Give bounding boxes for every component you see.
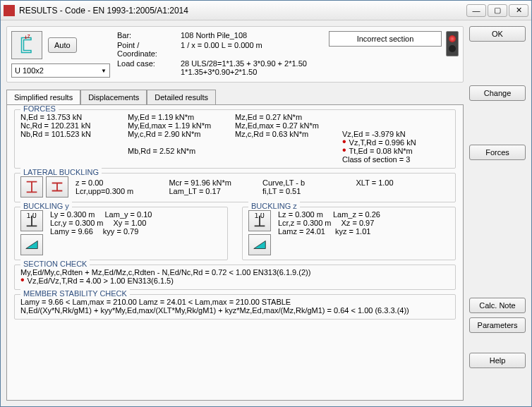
lat-mcr: Mcr = 91.96 kN*m: [169, 178, 263, 187]
forces-group: FORCES N,Ed = 13.753 kN My,Ed = 1.19 kN*…: [14, 109, 456, 169]
point-value: 1 / x = 0.00 L = 0.000 m: [181, 41, 322, 58]
profile-section-icon: z: [11, 31, 42, 59]
bz-xz: Xz = 0.97: [341, 219, 375, 227]
window-title: RESULTS - Code - EN 1993-1:2005/A1:2014: [19, 6, 466, 16]
app-icon: [4, 5, 15, 16]
svg-text:z: z: [28, 35, 30, 40]
mz-ed: Mz,Ed = 0.27 kN*m: [235, 113, 342, 121]
close-button[interactable]: ✕: [509, 4, 528, 17]
bz-lamz: Lamz = 24.01: [278, 227, 325, 236]
forces-title: FORCES: [20, 104, 59, 113]
section-line-2: Vz,Ed/Vz,T,Rd = 4.00 > 1.00 EN313(6.1.5): [28, 277, 174, 285]
bar-label: Bar:: [117, 31, 181, 40]
n-ed: N,Ed = 13.753 kN: [20, 113, 128, 121]
bz-kyz: kyz = 1.01: [335, 227, 370, 236]
red-light-icon: [449, 35, 456, 42]
status-box: Incorrect section: [329, 31, 442, 47]
nb-rd: Nb,Rd = 101.523 kN: [20, 130, 128, 138]
lat-filt: fi,LT = 0.51: [262, 187, 356, 195]
class-of-section: Class of section = 3: [342, 155, 449, 164]
tab-detailed-results[interactable]: Detailed results: [147, 90, 216, 104]
by-ly: Ly = 0.300 m: [50, 210, 95, 219]
results-dialog: RESULTS - Code - EN 1993-1:2005/A1:2014 …: [0, 0, 532, 407]
section-line-1: My,Ed/My,c,Rdten + Mz,Ed/Mz,c,Rdten - N,…: [20, 268, 449, 277]
by-lamy-s: Lam_y = 0.10: [105, 210, 152, 219]
buckling-z-icon-2[interactable]: [248, 234, 271, 255]
maximize-button[interactable]: ▢: [488, 4, 507, 17]
titlebar: RESULTS - Code - EN 1993-1:2005/A1:2014 …: [1, 1, 531, 20]
nc-rd: Nc,Rd = 120.231 kN: [20, 121, 128, 130]
member-check-group: MEMBER STABILITY CHECK Lamy = 9.66 < Lam…: [14, 294, 456, 320]
buckling-y-icon-2[interactable]: [20, 234, 43, 255]
tab-displacements[interactable]: Displacements: [80, 90, 147, 104]
buckling-y-group: BUCKLING y 1.0 Ly = 0.300 mLam_y = 0.10 …: [14, 207, 228, 260]
by-lamy: Lamy = 9.66: [50, 227, 93, 236]
lateral-icon-1[interactable]: [20, 176, 43, 198]
my-edmax: My,Ed,max = 1.19 kN*m: [128, 121, 235, 130]
status-text: Incorrect section: [357, 35, 414, 43]
traffic-light-icon: [446, 31, 459, 56]
auto-button[interactable]: Auto: [48, 37, 77, 53]
lateral-icon-2[interactable]: [46, 176, 68, 198]
minimize-button[interactable]: —: [466, 4, 486, 17]
chevron-down-icon: ▼: [101, 68, 107, 74]
buckling-z-icon-1[interactable]: 1.0: [248, 210, 271, 231]
lateral-buckling-group: LATERAL BUCKLING z = 0.00 Mcr = 91.96 kN…: [14, 173, 456, 202]
ok-button[interactable]: OK: [469, 26, 526, 42]
section-title: SECTION CHECK: [20, 260, 90, 268]
alert-dot-icon-3: •: [20, 274, 25, 286]
lat-lcr: Lcr,upp=0.300 m: [75, 187, 169, 195]
svg-text:1.0: 1.0: [27, 213, 37, 219]
buckling-z-group: BUCKLING z 1.0 Lz = 0.300 mLam_z = 0.26 …: [242, 207, 456, 260]
member-line-1: Lamy = 9.66 < Lam,max = 210.00 Lamz = 24…: [20, 298, 449, 306]
tab-content: FORCES N,Ed = 13.753 kN My,Ed = 1.19 kN*…: [6, 104, 464, 401]
buckling-y-icon-1[interactable]: 1.0: [20, 210, 43, 231]
forces-button[interactable]: Forces: [469, 145, 526, 160]
my-ed: My,Ed = 1.19 kN*m: [128, 113, 235, 121]
load-label: Load case:: [117, 59, 181, 76]
vz-trd: Vz,T,Rd = 0.996 kN: [349, 138, 416, 147]
by-xy: Xy = 1.00: [114, 219, 147, 227]
parameters-button[interactable]: Parameters: [469, 317, 526, 333]
help-button[interactable]: Help: [469, 353, 526, 368]
bar-value: 108 North Pile_108: [181, 31, 322, 40]
member-line-2: N,Ed/(Xy*N,Rk/gM1) + kyy*My,Ed,max/(XLT*…: [20, 306, 449, 315]
member-title: MEMBER STABILITY CHECK: [20, 289, 130, 298]
lat-curve: Curve,LT - b: [262, 178, 356, 187]
tabstrip: Simplified results Displacements Detaile…: [6, 90, 464, 104]
buckling-y-title: BUCKLING y: [20, 202, 72, 210]
bz-lamz-s: Lam_z = 0.26: [333, 210, 380, 219]
lat-xlt: XLT = 1.00: [356, 178, 450, 187]
svg-text:1.0: 1.0: [255, 213, 265, 219]
lat-lamlt: Lam_LT = 0.17: [169, 187, 263, 195]
green-light-icon: [449, 45, 456, 52]
alert-dot-icon-2: •: [342, 144, 346, 156]
point-label: Point / Coordinate:: [117, 41, 181, 58]
load-value: 28 ULS/28=1*1.35 + 3*0.90 + 2*1.50 1*1.3…: [181, 59, 322, 76]
profile-select[interactable]: U 100x2 ▼: [11, 63, 110, 78]
profile-select-value: U 100x2: [15, 66, 44, 75]
bz-lz: Lz = 0.300 m: [278, 210, 323, 219]
calc-note-button[interactable]: Calc. Note: [469, 298, 526, 313]
bar-info-grid: Bar: 108 North Pile_108 Point / Coordina…: [117, 31, 322, 76]
lat-z: z = 0.00: [75, 178, 169, 187]
by-lcry: Lcr,y = 0.300 m: [50, 219, 104, 227]
mb-rd: Mb,Rd = 2.52 kN*m: [128, 147, 235, 155]
mz-crd: Mz,c,Rd = 0.63 kN*m: [235, 130, 342, 138]
lateral-title: LATERAL BUCKLING: [20, 168, 102, 176]
vz-ed: Vz,Ed = -3.979 kN: [342, 130, 449, 138]
by-kyy: kyy = 0.79: [103, 227, 138, 236]
mz-edmax: Mz,Ed,max = 0.27 kN*m: [235, 121, 342, 130]
tt-ed: Tt,Ed = 0.08 kN*m: [349, 147, 413, 155]
my-crd: My,c,Rd = 2.90 kN*m: [128, 130, 235, 138]
section-check-group: SECTION CHECK My,Ed/My,c,Rdten + Mz,Ed/M…: [14, 265, 456, 290]
change-button[interactable]: Change: [469, 85, 526, 101]
tab-simplified-results[interactable]: Simplified results: [6, 90, 80, 104]
bz-lcrz: Lcr,z = 0.300 m: [278, 219, 332, 227]
top-panel: z Auto U 100x2 ▼ Bar: 108 North Pile_108…: [6, 26, 464, 83]
buckling-z-title: BUCKLING z: [248, 202, 300, 210]
